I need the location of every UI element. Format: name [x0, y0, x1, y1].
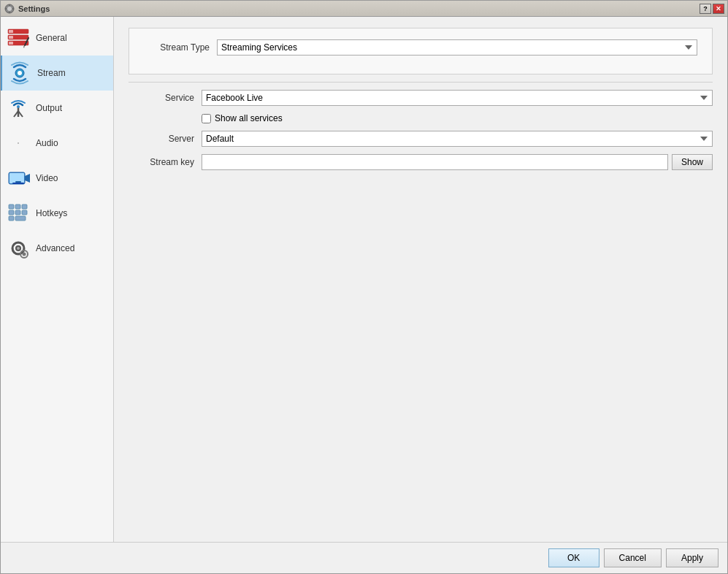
svg-point-19 — [17, 105, 20, 108]
stream-key-input[interactable] — [202, 154, 668, 170]
advanced-icon — [7, 237, 30, 260]
hotkeys-icon — [7, 202, 30, 225]
stream-type-row: Stream Type Streaming Services — [144, 39, 697, 56]
service-row: Service Facebook Live — [129, 90, 713, 106]
show-all-services-label: Show all services — [215, 113, 283, 123]
show-all-services-checkbox[interactable] — [202, 114, 211, 123]
sidebar-item-audio[interactable]: Audio — [1, 126, 113, 161]
svg-rect-35 — [22, 210, 27, 215]
close-button[interactable]: ✕ — [713, 4, 724, 14]
svg-rect-33 — [9, 210, 14, 215]
svg-point-40 — [17, 247, 20, 250]
output-icon — [7, 96, 30, 120]
svg-rect-36 — [9, 216, 14, 221]
svg-rect-9 — [9, 30, 13, 33]
svg-rect-34 — [15, 210, 20, 215]
stream-type-section: Stream Type Streaming Services — [129, 28, 713, 74]
svg-point-42 — [23, 253, 26, 256]
svg-rect-29 — [12, 183, 24, 184]
sidebar-label-stream: Stream — [37, 68, 66, 78]
window-icon — [4, 3, 15, 15]
apply-button[interactable]: Apply — [666, 548, 719, 567]
sidebar-item-output[interactable]: Output — [1, 91, 113, 126]
svg-rect-28 — [15, 181, 21, 183]
stream-type-label: Stream Type — [144, 42, 210, 53]
cancel-button[interactable]: Cancel — [604, 548, 662, 567]
sidebar: General Stream — [1, 17, 114, 542]
divider-1 — [129, 82, 713, 83]
sidebar-label-hotkeys: Hotkeys — [36, 208, 67, 218]
sidebar-label-output: Output — [36, 103, 62, 113]
sidebar-item-stream[interactable]: Stream — [1, 56, 113, 91]
svg-rect-32 — [22, 204, 27, 209]
svg-rect-37 — [15, 216, 26, 221]
server-label: Server — [129, 134, 194, 144]
window-title: Settings — [18, 4, 700, 13]
sidebar-label-advanced: Advanced — [36, 243, 74, 253]
service-label: Service — [129, 93, 194, 103]
stream-key-control: Show — [202, 154, 713, 170]
show-stream-key-button[interactable]: Show — [672, 154, 713, 170]
general-icon — [7, 26, 30, 50]
svg-rect-11 — [9, 42, 13, 45]
bottom-bar: OK Cancel Apply — [1, 542, 727, 573]
stream-type-control: Streaming Services — [217, 39, 697, 56]
svg-marker-13 — [23, 45, 25, 48]
sidebar-label-video: Video — [36, 173, 58, 183]
server-select[interactable]: Default — [202, 131, 713, 147]
title-bar: Settings ? ✕ — [1, 1, 727, 17]
show-all-services-row: Show all services — [202, 113, 713, 123]
settings-window: Settings ? ✕ — [0, 0, 728, 574]
stream-key-label: Stream key — [129, 157, 194, 167]
sidebar-label-audio: Audio — [36, 138, 58, 148]
help-button[interactable]: ? — [700, 4, 711, 14]
main-content: Stream Type Streaming Services Service F… — [114, 17, 727, 542]
title-bar-buttons: ? ✕ — [700, 4, 724, 14]
video-icon — [7, 167, 30, 190]
svg-rect-31 — [15, 204, 20, 209]
svg-rect-10 — [9, 36, 13, 39]
stream-type-select[interactable]: Streaming Services — [217, 39, 697, 56]
ok-button[interactable]: OK — [548, 548, 599, 567]
server-row: Server Default — [129, 131, 713, 147]
svg-point-1 — [7, 7, 12, 11]
svg-point-24 — [18, 142, 19, 144]
sidebar-label-general: General — [36, 33, 67, 43]
service-control: Facebook Live — [202, 90, 713, 106]
sidebar-item-advanced[interactable]: Advanced — [1, 231, 113, 266]
svg-marker-27 — [25, 174, 30, 183]
stream-icon — [8, 61, 31, 85]
svg-rect-30 — [9, 204, 14, 209]
stream-key-row: Stream key Show — [129, 154, 713, 170]
content-area: General Stream — [1, 17, 727, 542]
audio-icon — [7, 131, 30, 155]
server-control: Default — [202, 131, 713, 147]
svg-point-15 — [18, 71, 22, 75]
sidebar-item-video[interactable]: Video — [1, 161, 113, 196]
sidebar-item-general[interactable]: General — [1, 20, 113, 56]
sidebar-item-hotkeys[interactable]: Hotkeys — [1, 196, 113, 231]
service-select[interactable]: Facebook Live — [202, 90, 713, 106]
